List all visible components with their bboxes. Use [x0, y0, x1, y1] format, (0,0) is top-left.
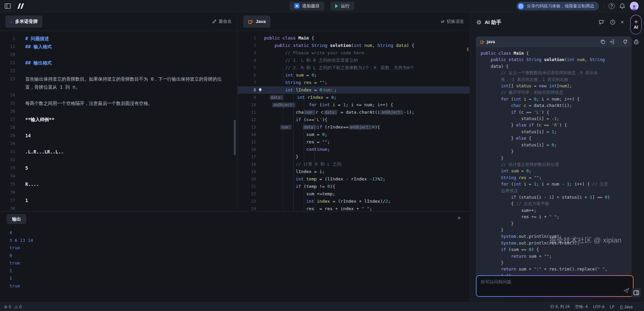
line-number: 22 [0, 67, 15, 75]
sidebar-toggle-icon[interactable] [5, 3, 11, 9]
avatar[interactable] [630, 2, 639, 10]
ai-toggle-button[interactable]: AI [630, 15, 642, 34]
line-number: 6 [238, 72, 256, 79]
md-line: 23首先输出保持竖立的骨牌数目。如果保持竖立的骨牌数目不为 0，下一行输出保持竖… [0, 75, 237, 91]
ai-chat-input[interactable]: 你可以问我问题 [476, 275, 634, 297]
sparkle-icon [476, 20, 482, 25]
eol-type[interactable]: LF [610, 305, 615, 309]
tab-java[interactable]: Java [243, 16, 270, 28]
errors-indicator[interactable]: ⊘ 0 [4, 305, 11, 309]
ai-code-card-header: java [476, 36, 632, 47]
encoding[interactable]: UTF-8 [593, 305, 605, 309]
problem-editor[interactable]: 1# 问题描述11## 输入格式2021## 输出格式2223首先输出保持竖立的… [0, 31, 237, 211]
output-line: 0 [9, 252, 466, 260]
md-line: 20 [0, 51, 237, 59]
problem-scrollbar[interactable] [234, 120, 236, 155]
run-button[interactable]: 运行 [330, 2, 354, 10]
add-question-button[interactable]: 添加题目 [290, 2, 324, 10]
code-text: if (c=='L'){ [264, 116, 470, 123]
output-tab[interactable]: 输出 [7, 214, 26, 224]
promo-banner[interactable]: 分享代码练习体验，领限量定制周边 [516, 2, 599, 10]
code-line: 5 // 2. R 和 L 之间的下标之差单数为1个，0、双数、无穷为0个 [238, 64, 470, 72]
ai-code-line: // 遍历字符串，初始化骨牌状态 [481, 89, 632, 95]
line-number: 34 [0, 172, 15, 180]
ai-code-line: } [481, 155, 632, 161]
panel-toggle-icon[interactable] [632, 288, 641, 298]
gutter [256, 123, 264, 131]
code-line: 12 if (c=='L'){ [238, 116, 470, 123]
inlay-hint: num: [304, 110, 315, 115]
help-icon[interactable]: ? [609, 3, 615, 9]
ai-code-line: for (int i = 0; i < num; i++) { [481, 96, 632, 102]
gutter [256, 79, 264, 86]
send-icon[interactable] [623, 288, 630, 293]
line-number: 24 [238, 205, 256, 211]
line-number: 7 [238, 79, 256, 86]
lightbulb-icon[interactable] [623, 39, 627, 45]
app-logo-icon[interactable] [16, 3, 24, 9]
md-line: 371 [0, 196, 237, 204]
history-icon[interactable] [610, 20, 615, 25]
card-divider [618, 39, 619, 44]
rename-button[interactable]: 重命名 [212, 19, 232, 25]
output-close-icon[interactable]: × [457, 215, 461, 222]
line-number: 27 [0, 115, 15, 123]
ai-code-line: 推，-1 表示向左推，1 表示向右推 [481, 76, 632, 83]
inlay-hint: anObject: [380, 110, 403, 115]
cursor-position[interactable]: 行 8, 列 24 [550, 304, 570, 310]
inlay-hint: anObject: [349, 125, 372, 130]
md-text [25, 51, 227, 59]
copy-icon[interactable] [601, 39, 605, 44]
run-label: 运行 [341, 3, 350, 9]
line-number: 10 [238, 101, 256, 109]
bug-icon[interactable] [633, 38, 640, 45]
gutter [256, 42, 264, 49]
md-text [25, 204, 227, 211]
md-text [25, 67, 227, 75]
ai-code-line: status[i] = 1; [481, 129, 632, 135]
line-number: 36 [0, 188, 15, 196]
line-number: 30 [0, 140, 15, 148]
md-text [25, 140, 227, 148]
swap-arrows-icon: ⇄ [441, 19, 445, 24]
ai-close-icon[interactable]: × [621, 19, 624, 25]
gutter [256, 168, 264, 175]
ai-assistant-panel: AI 助手 × java [470, 12, 644, 302]
gutter [256, 183, 264, 190]
insert-code-icon[interactable] [609, 39, 614, 44]
bell-icon[interactable] [619, 3, 625, 9]
gutter [256, 34, 264, 42]
md-line: 1# 问题描述 [0, 34, 237, 43]
switch-language-button[interactable]: ⇄ 切换语言 [441, 19, 464, 25]
ai-code-line: public class Main { [481, 50, 632, 56]
output-console[interactable]: 43 6 13 14true0true11true [9, 229, 466, 301]
ai-code-line: } [481, 148, 632, 154]
download-arrow-icon: ↓ [10, 19, 12, 24]
new-chat-icon[interactable] [599, 20, 605, 25]
warning-count: 0 [20, 305, 22, 309]
warnings-indicator[interactable]: ⚠ 0 [14, 305, 22, 309]
problem-panel: ↓ 多米诺骨牌 重命名 1# 问题描述11## 输入格式2021## 输出格式2… [0, 12, 237, 211]
ai-code-line: } [481, 220, 632, 227]
switch-language-label: 切换语言 [447, 19, 464, 25]
md-text: 每两个数之间用一个空格隔开，注意最后一个数后面没有空格。 [25, 99, 227, 107]
language-mode[interactable]: {} Java [620, 305, 633, 309]
tab-problem[interactable]: ↓ 多米诺骨牌 [5, 16, 42, 28]
line-number: 26 [0, 107, 15, 115]
output-line: 3 6 13 14 [9, 237, 466, 245]
code-line: 14 sum = 0; [238, 131, 470, 138]
code-line: 13 num: data:if (rIndex==anObject:0){ [238, 123, 470, 131]
line-number: 3 [238, 49, 256, 57]
md-text [25, 123, 227, 132]
play-icon [335, 4, 338, 8]
md-line: 22 [0, 67, 237, 75]
app-window: 添加题目 运行 分享代码练习体验，领限量定制周边 ? [0, 0, 644, 311]
line-number: 18 [238, 161, 256, 168]
md-line: 24 [0, 91, 237, 99]
java-editor[interactable]: 1public class Main {2 public static Stri… [238, 31, 470, 211]
code-line: 8 int lIndex = 0num:; [238, 86, 470, 94]
md-line: 35R.... [0, 180, 237, 188]
ai-code-block[interactable]: public class Main { public static String… [476, 47, 632, 285]
indentation[interactable]: 空格: 4 [575, 304, 587, 310]
output-line: 1 [9, 267, 466, 275]
